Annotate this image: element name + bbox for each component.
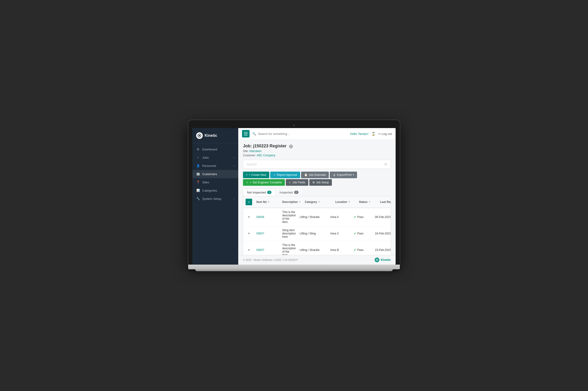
itemno-filter-icon: ▼ [268, 200, 270, 203]
page-search-box[interactable]: Search ⚙ [243, 160, 391, 169]
row2-menu-icon[interactable]: ≡ [248, 232, 250, 235]
sidebar-label-sites: Sites [202, 181, 209, 184]
row3-status-icon: ✔ [354, 248, 356, 252]
search-text: Search [246, 162, 257, 166]
job-setup-button[interactable]: ⚙ Job Setup [309, 179, 332, 186]
row2-lastdate: 16-Feb-2023 [373, 229, 391, 238]
logo-text: Kinetic [205, 133, 217, 138]
sidebar-item-system-setup[interactable]: 🔧 System Setup › [192, 195, 238, 203]
col-header-status[interactable]: Status ▼ [357, 198, 378, 206]
menu-line-1 [244, 132, 248, 132]
col-location-label: Location [335, 200, 347, 204]
sidebar-label-personnel: Personnel [202, 164, 216, 168]
logout-button[interactable]: ↪ Log out [378, 132, 392, 136]
set-engineer-complete-button[interactable]: ✓ ✓ Set Engineer Complete [243, 179, 285, 186]
dashboard-icon: ⊞ [196, 148, 200, 151]
footer-copyright: © 2023 - Motion Software | v2022.7.24-33… [243, 259, 297, 261]
help-icon[interactable]: ? [289, 145, 293, 148]
location-filter-icon: ▼ [348, 200, 351, 203]
table-container: ≡ Item No ▼ Description ▼ Cate [243, 196, 391, 255]
row2-status-text: Pass [357, 232, 364, 235]
col-lastdate-label: Last Report Date [380, 200, 391, 204]
row3-itemno: 00007 [254, 246, 280, 254]
report-approval-button[interactable]: ✓ Report Approval [270, 172, 300, 178]
col-header-itemno[interactable]: Item No ▼ [254, 198, 280, 206]
site-link[interactable]: Aberdeen [249, 149, 262, 153]
tab-not-inspected-badge: 5 [267, 191, 271, 194]
report-approval-label: Report Approval [277, 173, 297, 177]
categories-icon: 📊 [196, 189, 200, 192]
job-fields-button[interactable]: ✓ Job Fields [286, 179, 308, 186]
laptop-camera [293, 124, 295, 126]
category-filter-icon: ▼ [318, 200, 320, 203]
job-prefix: Job: [243, 144, 252, 148]
export-icon: 🖨 [333, 173, 336, 177]
sidebar-item-sites[interactable]: 📍 Sites [192, 178, 238, 187]
table-header: ≡ Item No ▼ Description ▼ Cate [243, 196, 391, 208]
col-header-description[interactable]: Description ▼ [280, 198, 303, 206]
search-input[interactable] [258, 132, 347, 136]
sidebar-item-dashboard[interactable]: ⊞ Dashboard [192, 145, 238, 153]
laptop-bottom [195, 269, 393, 271]
sidebar-logo: Kinetic [192, 128, 238, 143]
column-settings: ≡ [243, 196, 254, 208]
sidebar-item-jobs[interactable]: ✓ Jobs › [192, 153, 238, 162]
personnel-icon: 👤 [196, 164, 200, 167]
sidebar-label-categories: Categories [202, 189, 217, 192]
row1-menu-icon[interactable]: ≡ [248, 215, 250, 219]
job-fields-label: Job Fields [292, 181, 305, 184]
toolbar: + + Create New ✓ Report Approval 📋 Job O… [243, 172, 391, 186]
footer-logo-icon [375, 258, 379, 262]
sidebar-item-customers[interactable]: 🏢 Customers [192, 170, 238, 178]
job-fields-icon: ✓ [289, 181, 291, 184]
row2-desc: Sling item description here [280, 226, 298, 241]
row1-lastdate: 06-Feb-2023 [373, 213, 391, 221]
customers-icon: 🏢 [196, 172, 200, 176]
job-setup-label: Job Setup [316, 181, 329, 184]
col-header-lastdate[interactable]: Last Report Date ▼ [378, 198, 391, 206]
tab-inspected-badge: 0 [294, 191, 298, 194]
row1-menu: ≡ [243, 213, 254, 221]
row2-itemno-link[interactable]: 00007 [256, 232, 264, 235]
row2-menu: ≡ [243, 229, 254, 238]
system-setup-arrow-icon: › [234, 197, 234, 200]
sidebar: Kinetic ⊞ Dashboard ✓ Jobs › [192, 128, 238, 265]
personnel-arrow-icon: › [234, 165, 234, 167]
row3-menu-icon[interactable]: ≡ [248, 248, 250, 252]
row3-desc: This is the description of the item. [280, 241, 298, 255]
row3-itemno-link[interactable]: 00007 [256, 248, 264, 252]
col-header-category[interactable]: Category ▼ [303, 198, 334, 206]
job-overview-button[interactable]: 📋 Job Overview [301, 172, 329, 178]
row2-itemno: 00007 [254, 229, 280, 238]
customer-prefix: Customer: [243, 154, 256, 157]
row2-status-icon: ✔ [354, 232, 356, 235]
row1-itemno: 00006 [254, 213, 280, 221]
row1-itemno-link[interactable]: 00006 [256, 215, 264, 219]
sidebar-item-categories[interactable]: 📊 Categories [192, 187, 238, 195]
sidebar-nav: ⊞ Dashboard ✓ Jobs › 👤 [192, 143, 238, 265]
row3-menu: ≡ [243, 246, 254, 254]
site-meta: Site: Aberdeen [243, 149, 391, 153]
sidebar-label-customers: Customers [202, 172, 217, 176]
job-id: j150223 Register [253, 144, 287, 148]
column-settings-button[interactable]: ≡ [246, 199, 252, 205]
tab-not-inspected[interactable]: Not Inspected 5 [243, 189, 275, 196]
menu-button[interactable] [242, 130, 250, 137]
col-header-location[interactable]: Location ▼ [334, 198, 357, 206]
create-new-button[interactable]: + + Create New [243, 172, 269, 178]
export-print-button[interactable]: 🖨 Export/Print ▾ [330, 172, 357, 178]
hourglass-icon[interactable]: ⌛ [371, 132, 375, 136]
footer-logo: Kinetic [375, 258, 391, 262]
tab-inspected[interactable]: Inspected 0 [275, 189, 302, 196]
row1-desc: This is the description of the item. [280, 208, 298, 226]
export-dropdown-icon: ▾ [353, 174, 354, 176]
sidebar-label-jobs: Jobs [202, 156, 209, 159]
sidebar-item-personnel[interactable]: 👤 Personnel › [192, 162, 238, 170]
row1-category: Lifting / Shackle [298, 213, 328, 221]
customer-meta: Customer: ABC Company [243, 154, 391, 157]
page-body: Job: j150223 Register ? Site: Aberdeen C… [238, 140, 396, 255]
main-content: 🔍 Hello Tamlyn! ⌛ ↪ Log out [238, 128, 396, 265]
site-prefix: Site: [243, 149, 249, 153]
customer-link[interactable]: ABC Company [257, 154, 275, 157]
topbar: 🔍 Hello Tamlyn! ⌛ ↪ Log out [238, 128, 396, 140]
